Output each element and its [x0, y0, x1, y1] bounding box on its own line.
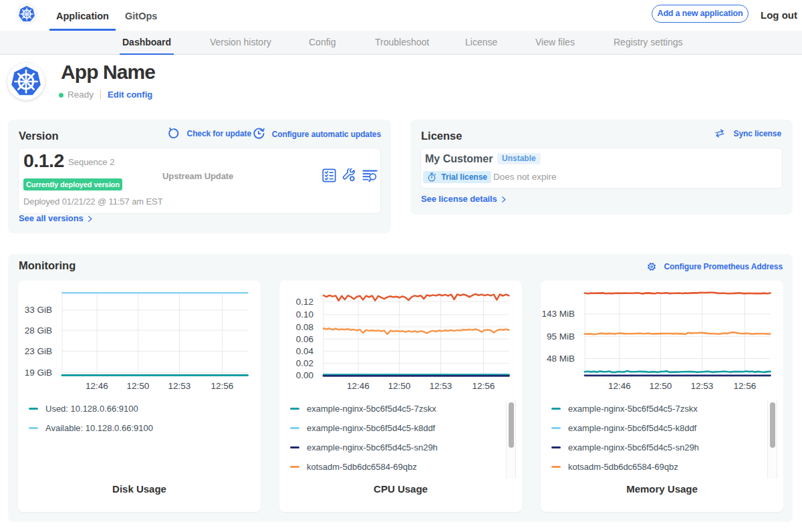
svg-text:12:56: 12:56 [734, 381, 757, 391]
svg-text:12:56: 12:56 [211, 381, 234, 391]
svg-text:48 MiB: 48 MiB [547, 354, 575, 364]
svg-text:28 GiB: 28 GiB [25, 325, 52, 336]
svg-text:12:53: 12:53 [430, 381, 452, 391]
svg-text:143 MiB: 143 MiB [541, 309, 575, 319]
svg-text:12:50: 12:50 [388, 381, 411, 391]
svg-text:12:53: 12:53 [168, 381, 191, 391]
svg-text:12:46: 12:46 [86, 381, 108, 391]
svg-text:0.02: 0.02 [296, 358, 313, 368]
svg-text:12:46: 12:46 [347, 381, 370, 391]
svg-text:0.04: 0.04 [296, 346, 314, 356]
svg-text:33 GiB: 33 GiB [25, 305, 52, 315]
svg-text:12:46: 12:46 [608, 381, 631, 391]
svg-text:12:50: 12:50 [127, 381, 150, 391]
svg-text:23 GiB: 23 GiB [25, 346, 52, 356]
svg-text:95 MiB: 95 MiB [547, 331, 575, 342]
svg-text:0.10: 0.10 [296, 309, 313, 319]
svg-text:12:56: 12:56 [473, 381, 495, 391]
svg-text:19 GiB: 19 GiB [25, 368, 52, 378]
svg-text:12:53: 12:53 [691, 381, 714, 391]
svg-text:0.06: 0.06 [296, 334, 313, 344]
svg-text:0.12: 0.12 [296, 297, 313, 307]
svg-text:0.08: 0.08 [296, 322, 313, 332]
svg-text:12:50: 12:50 [650, 381, 672, 391]
svg-text:0.00: 0.00 [296, 370, 313, 380]
